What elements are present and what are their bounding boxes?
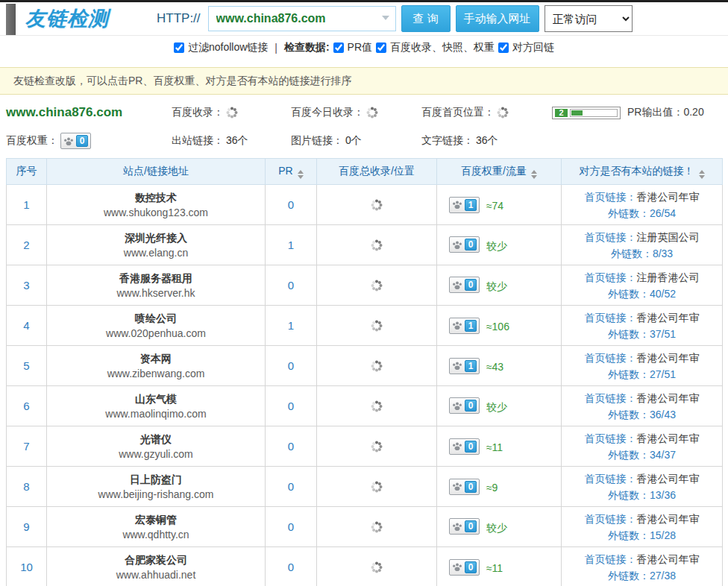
outlink-count[interactable]: 外链数：40/52: [562, 286, 722, 302]
col-site-label: 站点/链接地址: [123, 165, 189, 177]
weight-number: 0: [465, 441, 477, 453]
baidu-weight-label: 百度权重：: [6, 134, 58, 148]
baidu-included-cell: [317, 306, 437, 346]
paw-icon: [452, 562, 462, 572]
weight-number: 0: [465, 561, 477, 573]
home-link-label[interactable]: 首页链接：: [585, 312, 637, 324]
outlink-count[interactable]: 外链数：27/38: [562, 567, 722, 584]
paw-icon: [452, 240, 462, 250]
filter-pr[interactable]: PR值: [333, 41, 372, 54]
site-cell: 宏泰铜管 www.qdhtty.cn: [47, 507, 266, 547]
traffic-estimate: ≈74: [486, 200, 503, 212]
filter-backlink[interactable]: 对方回链: [498, 41, 554, 54]
site-cell: 数控技术 www.shukong123.com: [47, 185, 266, 225]
outlink-count[interactable]: 外链数：15/28: [562, 527, 722, 544]
row-index: 1: [7, 185, 47, 225]
image-links-value: 0个: [345, 134, 362, 148]
col-header-pr[interactable]: PR: [266, 159, 317, 185]
site-url[interactable]: www.020penhua.com: [47, 326, 265, 341]
pr-value: 0: [266, 467, 317, 507]
anchor-text: 香港公司年审: [637, 473, 700, 485]
paw-icon: [63, 136, 74, 146]
outlink-count[interactable]: 外链数：8/33: [562, 245, 722, 262]
manual-input-button[interactable]: 手动输入网址: [456, 5, 539, 32]
baidu-weight-badge: 0: [449, 438, 480, 455]
anchor-text: 香港公司年审: [637, 312, 700, 324]
col-weight-label: 百度权重/流量: [461, 165, 527, 177]
sort-arrows-icon[interactable]: [699, 170, 705, 179]
traffic-estimate: 较少: [486, 280, 507, 292]
baidu-included-cell: [317, 547, 437, 586]
sort-arrows-icon[interactable]: [531, 170, 537, 179]
baidu-checkbox[interactable]: [376, 42, 386, 53]
loading-spinner-icon: [366, 107, 378, 119]
site-url[interactable]: www.qdhtty.cn: [47, 527, 265, 542]
home-link-label[interactable]: 首页链接：: [585, 271, 637, 283]
site-url[interactable]: www.elang.cn: [47, 245, 265, 260]
home-link-label[interactable]: 首页链接：: [585, 473, 637, 485]
logo-accent-bar: [6, 4, 16, 35]
summary-panel: www.china876.com 百度收录： 百度今日收录： 百度首页位置： 2…: [0, 95, 728, 158]
col-header-weight[interactable]: 百度权重/流量: [437, 159, 562, 185]
backlink-cell: 首页链接：香港公司年审 外链数：34/37: [562, 426, 723, 467]
backlink-checkbox[interactable]: [498, 42, 509, 53]
paw-icon: [452, 200, 462, 209]
pr-value: 0: [266, 185, 317, 225]
baidu-included-label: 百度收录：: [172, 106, 224, 119]
backlink-cell: 首页链接：香港公司年审 外链数：37/51: [562, 306, 723, 346]
anchor-text: 香港公司年审: [637, 352, 700, 364]
baidu-weight-badge: 0: [449, 277, 480, 293]
outlink-count[interactable]: 外链数：27/51: [562, 366, 722, 382]
baidu-included-cell: [317, 467, 437, 507]
site-cell: 合肥家装公司 www.ahhuadi.net: [47, 547, 266, 586]
site-name: 资本网: [47, 351, 265, 366]
home-link-label[interactable]: 首页链接：: [585, 513, 637, 525]
site-cell: 香港服务器租用 www.hkserver.hk: [47, 265, 266, 306]
site-url[interactable]: www.beijing-rishang.com: [47, 487, 265, 502]
baidu-included-cell: [317, 346, 437, 386]
site-url[interactable]: www.maolinqimo.com: [47, 406, 265, 421]
query-button[interactable]: 查 询: [401, 5, 451, 32]
outlink-count[interactable]: 外链数：13/36: [562, 487, 722, 503]
baidu-weight-badge: 0: [60, 133, 91, 149]
access-mode-select[interactable]: 正常访问: [545, 5, 633, 32]
site-url[interactable]: www.shukong123.com: [47, 205, 265, 220]
page-title: 友链检测: [25, 5, 109, 32]
outlink-count[interactable]: 外链数：26/54: [562, 205, 722, 221]
outbound-label: 出站链接：: [172, 134, 224, 148]
table-row: 7 光谱仪 www.gzyuli.com 0 0 ≈11 首页链接：香港公司年审…: [7, 426, 723, 467]
anchor-text: 香港公司年审: [637, 392, 700, 404]
outlink-count[interactable]: 外链数：36/43: [562, 406, 722, 423]
traffic-estimate: ≈11: [486, 562, 503, 574]
site-url[interactable]: www.hkserver.hk: [47, 286, 265, 300]
home-link-label[interactable]: 首页链接：: [585, 231, 637, 243]
home-link-label[interactable]: 首页链接：: [585, 553, 637, 565]
outlink-count[interactable]: 外链数：37/51: [562, 326, 722, 342]
site-url[interactable]: www.zibenwang.com: [47, 366, 265, 381]
home-link-label[interactable]: 首页链接：: [585, 191, 637, 203]
paw-icon: [452, 441, 462, 451]
home-link-label[interactable]: 首页链接：: [585, 432, 637, 444]
baidu-weight-badge: 0: [449, 479, 480, 495]
col-header-backlink[interactable]: 对方是否有本站的链接！: [562, 159, 723, 185]
url-input[interactable]: [208, 6, 396, 31]
nofollow-checkbox[interactable]: [174, 42, 184, 53]
row-index: 10: [7, 547, 47, 586]
weight-cell: 1 ≈74: [437, 185, 562, 225]
table-row: 9 宏泰铜管 www.qdhtty.cn 0 0 较少 首页链接：香港公司年审 …: [7, 507, 723, 547]
anchor-text: 香港公司年审: [637, 432, 700, 444]
pr-checkbox[interactable]: [333, 42, 344, 53]
filter-baidu[interactable]: 百度收录、快照、权重: [376, 41, 495, 54]
image-links: 图片链接： 0个: [291, 134, 421, 148]
url-dropdown-caret-icon[interactable]: [382, 16, 389, 20]
table-row: 6 山东气模 www.maolinqimo.com 0 0 较少 首页链接：香港…: [7, 386, 723, 426]
site-url[interactable]: www.gzyuli.com: [47, 447, 265, 461]
protocol-label: HTTP://: [157, 11, 201, 26]
sort-arrows-icon[interactable]: [298, 170, 304, 179]
filter-nofollow[interactable]: 过滤nofollow链接: [174, 41, 268, 54]
home-link-label[interactable]: 首页链接：: [585, 392, 637, 404]
outlink-count[interactable]: 外链数：34/37: [562, 447, 722, 463]
links-table: 序号 站点/链接地址 PR 百度总收录/位置 百度权重/流量 对方是否有本站的链…: [6, 158, 723, 586]
site-url[interactable]: www.ahhuadi.net: [47, 567, 265, 582]
home-link-label[interactable]: 首页链接：: [585, 352, 637, 364]
